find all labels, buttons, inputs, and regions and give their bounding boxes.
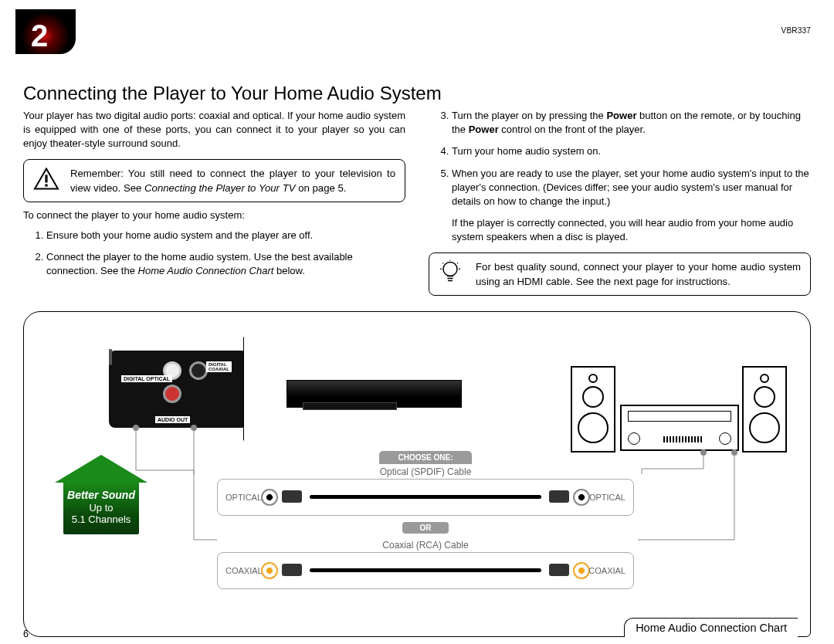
model-code: VBR337 bbox=[781, 26, 811, 35]
step-5-text: When you are ready to use the player, se… bbox=[452, 168, 809, 207]
arrow-line2: Up to bbox=[63, 502, 139, 514]
tip-text: For best quality sound, connect your pla… bbox=[476, 261, 801, 287]
warning-text-ref: Connecting the Player to Your TV bbox=[144, 182, 296, 194]
player-rear-panel: DIGITAL OPTICAL DIGITAL COAXIAL AUDIO OU… bbox=[109, 351, 248, 428]
chapter-number: 2 bbox=[31, 19, 48, 53]
optical-right-label: OPTICAL bbox=[589, 493, 626, 502]
coax-port-icon bbox=[261, 562, 278, 579]
coax-right-label: COAXIAL bbox=[588, 566, 626, 575]
tip-callout: For best quality sound, connect your pla… bbox=[429, 253, 811, 296]
svg-rect-1 bbox=[45, 184, 47, 186]
step-5: When you are ready to use the player, se… bbox=[452, 167, 811, 245]
arrow-line3: 5.1 Channels bbox=[63, 514, 139, 525]
player-illustration bbox=[286, 380, 462, 408]
svg-rect-0 bbox=[45, 175, 47, 182]
step-2-ref: Home Audio Connection Chart bbox=[138, 265, 274, 276]
step-4: Turn your home audio system on. bbox=[452, 144, 811, 158]
connection-chart: Better Sound Up to 5.1 Channels DIGITAL … bbox=[23, 311, 811, 637]
step-5-tail: If the player is correctly connected, yo… bbox=[452, 216, 811, 244]
coax-cable-label: Coaxial (RCA) Cable bbox=[217, 540, 634, 551]
coax-cable-illustration bbox=[310, 568, 541, 572]
step-3-pre: Turn the player on by pressing the bbox=[452, 110, 606, 121]
step-3-bold2: Power bbox=[469, 124, 499, 135]
step-1: Ensure both your home audio system and t… bbox=[46, 229, 405, 242]
optical-port-icon bbox=[573, 489, 590, 506]
optical-port-icon bbox=[261, 489, 278, 506]
coax-left-label: COAXIAL bbox=[225, 566, 263, 575]
optical-cable-illustration bbox=[310, 495, 541, 499]
panel-optical-label: DIGITAL OPTICAL bbox=[121, 375, 172, 382]
step-3-bold1: Power bbox=[606, 110, 636, 121]
step-3: Turn the player on by pressing the Power… bbox=[452, 109, 811, 137]
intro-paragraph: Your player has two digital audio ports:… bbox=[23, 109, 405, 151]
arrow-line1: Better Sound bbox=[63, 489, 139, 501]
warning-icon bbox=[33, 167, 59, 194]
panel-audio-out-label: AUDIO OUT bbox=[155, 416, 190, 423]
panel-coax-label: DIGITAL COAXIAL bbox=[206, 361, 232, 372]
optical-cable-label: Optical (SPDIF) Cable bbox=[217, 466, 634, 477]
optical-port bbox=[109, 349, 112, 365]
audio-system-illustration bbox=[571, 366, 787, 451]
chart-caption: Home Audio Connection Chart bbox=[624, 618, 798, 637]
step-3-post: control on the front of the player. bbox=[499, 124, 646, 135]
quality-arrow: Better Sound Up to 5.1 Channels bbox=[55, 455, 147, 534]
optical-left-label: OPTICAL bbox=[225, 493, 262, 502]
step-2: Connect the player to the home audio sys… bbox=[46, 250, 405, 278]
warning-text-post: on page 5. bbox=[296, 182, 347, 194]
procedure-lead: To connect the player to your home audio… bbox=[23, 208, 405, 222]
optical-option-box: OPTICAL OPTICAL bbox=[217, 479, 634, 516]
page-title: Connecting the Player to Your Home Audio… bbox=[23, 83, 811, 104]
choose-one-header: CHOOSE ONE: bbox=[379, 451, 472, 464]
coax-port-icon bbox=[573, 562, 590, 579]
step-2-post: below. bbox=[273, 265, 304, 276]
warning-callout: Remember: You still need to connect the … bbox=[23, 159, 405, 202]
or-divider: OR bbox=[402, 522, 449, 534]
svg-point-2 bbox=[443, 262, 457, 276]
page-number: 6 bbox=[23, 629, 29, 639]
zoom-beam bbox=[244, 337, 290, 441]
coax-option-box: COAXIAL COAXIAL bbox=[217, 552, 634, 589]
lightbulb-icon bbox=[439, 259, 462, 289]
